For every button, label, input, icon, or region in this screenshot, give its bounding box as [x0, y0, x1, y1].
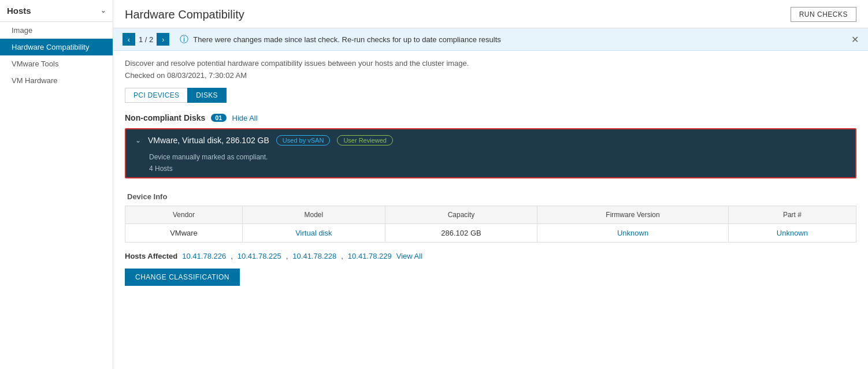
sidebar-item-image[interactable]: Image — [0, 22, 113, 39]
comma-2: , — [286, 252, 288, 260]
tag-used-by-vsan: Used by vSAN — [276, 135, 331, 146]
top-bar: Hardware Compatibility RUN CHECKS — [113, 0, 868, 28]
col-model: Model — [242, 206, 385, 224]
device-name: VMware, Virtual disk, 286.102 GB — [148, 136, 269, 145]
device-header[interactable]: ⌄ VMware, Virtual disk, 286.102 GB Used … — [126, 129, 855, 151]
non-compliant-section-header: Non-compliant Disks 01 Hide All — [125, 113, 856, 122]
run-checks-button[interactable]: RUN CHECKS — [791, 7, 856, 22]
col-part: Part # — [728, 206, 856, 224]
sidebar: Hosts ⌄ Image Hardware Compatibility VMw… — [0, 0, 113, 369]
tab-pci-devices[interactable]: PCI DEVICES — [125, 88, 187, 103]
page-nav-controls: ‹ 1 / 2 › — [123, 33, 169, 46]
cell-firmware: Unknown — [537, 224, 729, 243]
host-link-3[interactable]: 10.41.78.229 — [348, 252, 392, 260]
device-row-highlighted: ⌄ VMware, Virtual disk, 286.102 GB Used … — [125, 128, 856, 178]
tab-bar: PCI DEVICES DISKS — [125, 88, 856, 103]
page-indicator: 1 / 2 — [139, 35, 153, 44]
checked-on-text: Checked on 08/03/2021, 7:30:02 AM — [125, 71, 856, 80]
device-info-title: Device Info — [125, 192, 856, 201]
col-vendor: Vendor — [125, 206, 243, 224]
cell-model: Virtual disk — [242, 224, 385, 243]
host-link-0[interactable]: 10.41.78.226 — [182, 252, 226, 260]
nav-next-button[interactable]: › — [157, 33, 169, 46]
content-area: Discover and resolve potential hardware … — [113, 51, 868, 369]
device-expand-icon: ⌄ — [135, 136, 141, 144]
notification-bar: ‹ 1 / 2 › ⓘ There were changes made sinc… — [113, 28, 868, 51]
chevron-down-icon: ⌄ — [101, 7, 106, 14]
cell-capacity: 286.102 GB — [385, 224, 537, 243]
hide-all-link[interactable]: Hide All — [232, 114, 258, 122]
main-content: Hardware Compatibility RUN CHECKS ‹ 1 / … — [113, 0, 868, 369]
host-link-1[interactable]: 10.41.78.225 — [238, 252, 281, 260]
sidebar-title: Hosts — [7, 6, 31, 16]
notification-text: There were changes made since last check… — [193, 35, 847, 44]
close-notification-button[interactable]: ✕ — [851, 34, 859, 45]
hosts-affected-label: Hosts Affected — [125, 252, 177, 260]
part-link[interactable]: Unknown — [777, 229, 808, 237]
nav-prev-button[interactable]: ‹ — [123, 33, 135, 46]
non-compliant-title: Non-compliant Disks — [125, 113, 205, 122]
host-link-2[interactable]: 10.41.78.228 — [292, 252, 336, 260]
device-info-section: Device Info Vendor Model Capacity Firmwa… — [125, 184, 856, 243]
comma-1: , — [231, 252, 233, 260]
sidebar-item-vm-hardware[interactable]: VM Hardware — [0, 72, 113, 89]
info-icon: ⓘ — [180, 34, 188, 45]
page-title: Hardware Compatibility — [125, 8, 244, 21]
view-all-link[interactable]: View All — [396, 252, 422, 260]
device-sub-text: Device manually marked as compliant. — [126, 151, 855, 163]
col-capacity: Capacity — [385, 206, 537, 224]
non-compliant-count-badge: 01 — [211, 114, 226, 122]
tag-user-reviewed: User Reviewed — [337, 135, 393, 146]
cell-vendor: VMware — [125, 224, 243, 243]
sidebar-header[interactable]: Hosts ⌄ — [0, 0, 113, 22]
tab-disks[interactable]: DISKS — [187, 88, 227, 103]
comma-3: , — [341, 252, 343, 260]
cell-part: Unknown — [728, 224, 856, 243]
description-text: Discover and resolve potential hardware … — [125, 59, 856, 68]
firmware-link[interactable]: Unknown — [617, 229, 648, 237]
sidebar-item-hardware-compatibility[interactable]: Hardware Compatibility — [0, 39, 113, 55]
change-classification-button[interactable]: CHANGE CLASSIFICATION — [125, 269, 240, 286]
col-firmware: Firmware Version — [537, 206, 729, 224]
device-hosts-count: 4 Hosts — [126, 163, 855, 177]
model-link[interactable]: Virtual disk — [295, 229, 332, 237]
sidebar-item-vmware-tools[interactable]: VMware Tools — [0, 55, 113, 72]
table-row: VMware Virtual disk 286.102 GB Unknown U… — [125, 224, 856, 243]
device-info-table: Vendor Model Capacity Firmware Version P… — [125, 206, 856, 243]
hosts-affected-section: Hosts Affected 10.41.78.226, 10.41.78.22… — [125, 252, 856, 260]
